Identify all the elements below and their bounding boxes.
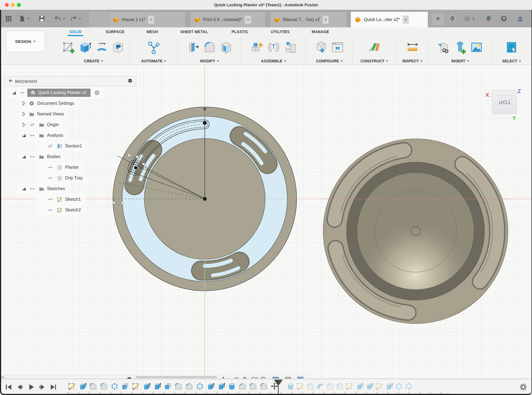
browser-item-origin[interactable]: Origin: [18, 119, 63, 130]
visibility-eye-icon[interactable]: [45, 207, 55, 213]
timeline-feature-fillet[interactable]: [89, 382, 98, 391]
create-sketch-icon[interactable]: [62, 40, 76, 54]
fillet-big-icon[interactable]: [203, 40, 217, 54]
timeline-future-feature-revolve[interactable]: [316, 382, 325, 391]
ribbon-group-label[interactable]: CONFIGURE: [316, 57, 343, 65]
close-tab-icon[interactable]: ×: [323, 16, 329, 24]
select-tool-icon[interactable]: [505, 40, 518, 54]
timeline-future-feature-sketch[interactable]: [345, 382, 354, 391]
document-tab[interactable]: House 1 v1*×: [108, 11, 186, 27]
browser-item-sketch1[interactable]: Sketch1: [36, 194, 85, 205]
expander-collapsed-icon[interactable]: [20, 122, 27, 127]
user-avatar[interactable]: [516, 14, 524, 23]
measure-icon[interactable]: [406, 40, 419, 54]
visibility-eye-icon[interactable]: [27, 186, 37, 191]
ribbon-group-label[interactable]: ASSEMBLE: [261, 57, 286, 65]
redo-menu-caret[interactable]: [79, 18, 81, 19]
modeling-canvas[interactable]: TOP X - Z Y BROWSER Quick Locking Plante…: [1, 65, 532, 379]
config-table-icon[interactable]: [331, 40, 344, 54]
job-status-icon[interactable]: [463, 14, 471, 23]
ribbon-tab-manage[interactable]: MANAGE: [312, 30, 329, 34]
shell-icon[interactable]: [219, 40, 233, 54]
insert-derive-icon[interactable]: [437, 40, 451, 54]
visibility-eye-icon[interactable]: [17, 90, 27, 95]
timeline-feature-fillet[interactable]: [174, 382, 183, 391]
timeline-future-feature-pattern[interactable]: [394, 382, 403, 391]
visibility-eye-icon[interactable]: [27, 133, 37, 138]
browser-item-drip-tray[interactable]: Drip Tray: [36, 173, 87, 183]
bom-icon[interactable]: [283, 40, 297, 54]
browser-item-analysis[interactable]: Analysis: [18, 130, 68, 141]
browser-options-icon[interactable]: [124, 78, 133, 84]
expander-expanded-icon[interactable]: [20, 154, 27, 159]
timeline-feature-fillet[interactable]: [249, 382, 258, 391]
timeline-future-feature-chamfer[interactable]: [326, 382, 334, 391]
timeline-feature-extrude[interactable]: [217, 382, 226, 391]
ribbon-group-label[interactable]: SELECT: [502, 57, 521, 65]
file-menu-caret[interactable]: [27, 18, 30, 19]
viewcube-top-face[interactable]: TOP: [497, 95, 512, 109]
timeline-future-feature-sketch[interactable]: [375, 382, 384, 391]
construct-plane-icon[interactable]: [367, 40, 381, 54]
timeline-position-marker[interactable]: [273, 379, 284, 395]
browser-item-quick-locking-planter-v2[interactable]: Quick Locking Planter v2: [8, 87, 104, 98]
press-pull-icon[interactable]: [186, 40, 200, 54]
timeline-future-feature-extrude[interactable]: [385, 382, 393, 391]
browser-item-sketches[interactable]: Sketches: [18, 183, 69, 194]
close-tab-icon[interactable]: ×: [245, 16, 251, 24]
ribbon-group-label[interactable]: CREATE: [84, 57, 103, 65]
app-grid-icon[interactable]: [4, 14, 13, 23]
timeline-settings-gear-icon[interactable]: [519, 383, 527, 391]
ribbon-tab-surface[interactable]: SURFACE: [106, 30, 125, 34]
timeline-feature-combine[interactable]: [163, 382, 172, 391]
timeline-future-feature-sketch[interactable]: [296, 382, 305, 391]
joint-icon[interactable]: [267, 40, 280, 54]
timeline-feature-extrude[interactable]: [78, 382, 87, 391]
timeline-feature-sketch[interactable]: [131, 382, 140, 391]
timeline-future-feature-pattern[interactable]: [404, 382, 413, 391]
browser-panel-header[interactable]: BROWSER: [4, 76, 136, 86]
timeline-skip-end-button[interactable]: [49, 383, 57, 391]
undo-icon[interactable]: [54, 14, 62, 23]
ribbon-group-label[interactable]: MODIFY: [200, 57, 219, 65]
ribbon-group-label[interactable]: INSERT: [451, 57, 469, 65]
workspace-switcher[interactable]: DESIGN: [6, 31, 45, 52]
revolve-icon[interactable]: [95, 40, 109, 54]
ribbon-tab-sheet-metal[interactable]: SHEET METAL: [180, 30, 208, 34]
timeline-feature-extrude[interactable]: [206, 382, 215, 391]
browser-item-section1[interactable]: Section1: [36, 141, 86, 151]
extrude-icon[interactable]: [78, 40, 92, 54]
home-tab-button[interactable]: [89, 11, 108, 27]
timeline-feature-extrude[interactable]: [153, 382, 162, 391]
browser-item-document-settings[interactable]: Document Settings: [18, 98, 78, 109]
insert-fastener-icon[interactable]: [453, 40, 467, 54]
timeline-feature-extrude[interactable]: [142, 382, 151, 391]
ribbon-tab-mesh[interactable]: MESH: [147, 30, 158, 34]
document-tab[interactable]: Manuel T... Out) v2×: [270, 11, 347, 27]
visibility-eye-off-icon[interactable]: [27, 122, 37, 127]
timeline-step-back-button[interactable]: [16, 383, 24, 391]
expander-collapsed-icon[interactable]: [20, 101, 27, 106]
browser-item-planter[interactable]: Planter: [36, 162, 83, 173]
activate-component-radio[interactable]: [94, 90, 100, 95]
close-tab-icon[interactable]: ×: [403, 16, 409, 24]
expander-expanded-icon[interactable]: [10, 90, 17, 95]
hole-icon[interactable]: [111, 40, 125, 54]
help-icon[interactable]: ?: [500, 14, 508, 23]
timeline-feature-cylinder[interactable]: [227, 382, 236, 391]
expander-expanded-icon[interactable]: [20, 133, 27, 138]
visibility-eye-icon[interactable]: [27, 154, 37, 159]
document-tab[interactable]: Print A K...covered)*×: [190, 11, 266, 27]
new-file-icon[interactable]: [18, 14, 26, 23]
timeline-future-feature-extrude[interactable]: [355, 382, 364, 391]
save-icon[interactable]: [38, 14, 46, 23]
visibility-eye-off-icon[interactable]: [45, 143, 55, 149]
timeline-feature-combine[interactable]: [121, 382, 130, 391]
new-tab-button[interactable]: +: [432, 13, 444, 25]
extensions-icon[interactable]: [448, 14, 457, 23]
timeline-feature-chamfer[interactable]: [185, 382, 194, 391]
timeline-future-feature-cylinder[interactable]: [286, 382, 295, 391]
visibility-eye-icon[interactable]: [45, 197, 55, 202]
configure-icon[interactable]: [314, 40, 328, 54]
timeline-future-feature-extrude[interactable]: [365, 382, 374, 391]
